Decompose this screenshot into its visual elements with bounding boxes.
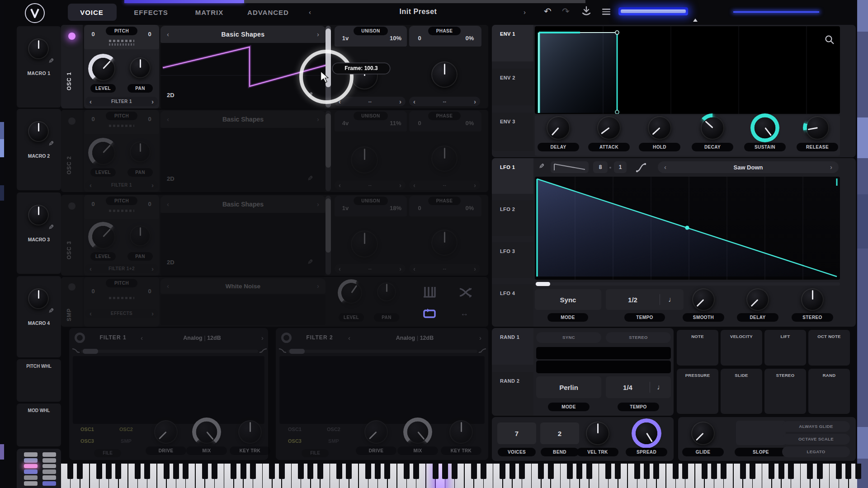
sampler-tune[interactable]: 0 xyxy=(143,288,156,295)
filter-1-input-osc1[interactable]: OSC1 xyxy=(75,427,99,432)
env-decay-knob[interactable] xyxy=(701,116,724,140)
osc-2-unison-detune[interactable]: 11% xyxy=(386,120,406,127)
osc-3-wavetable-header[interactable]: Basic Shapes xyxy=(160,196,326,213)
envelope-display[interactable] xyxy=(535,26,840,114)
piano-key-black[interactable] xyxy=(653,464,659,479)
tab-lfo-4[interactable]: LFO 4 xyxy=(492,284,533,327)
piano-key-black[interactable] xyxy=(576,464,582,479)
piano-key-black[interactable] xyxy=(115,464,121,479)
piano-key-black[interactable] xyxy=(384,464,390,479)
osc-2-phase-pct[interactable]: 0% xyxy=(461,120,479,127)
pitch-wheel-meter[interactable] xyxy=(24,452,38,486)
osc-3-frame-slider[interactable] xyxy=(326,196,331,275)
osc-3-frame-slider-handle[interactable] xyxy=(326,198,331,253)
piano-key-black[interactable] xyxy=(836,464,842,479)
filter-1-power[interactable] xyxy=(75,333,85,343)
osc-1-wavetable-header[interactable]: Basic Shapes xyxy=(160,26,326,43)
rand-sync-button[interactable]: SYNC xyxy=(536,332,601,343)
routing-next-icon[interactable] xyxy=(151,98,154,105)
piano-key-black[interactable] xyxy=(644,464,650,479)
osc-3-phase-knob[interactable] xyxy=(431,230,458,256)
sampler-level-knob[interactable] xyxy=(340,282,362,304)
filter-2-cutoff-handle[interactable] xyxy=(289,349,305,354)
mod-source-slide[interactable]: SLIDE xyxy=(721,369,762,414)
piano-key-black[interactable] xyxy=(144,464,150,479)
macro-2-knob[interactable] xyxy=(28,121,49,142)
piano-key-black[interactable] xyxy=(788,464,794,479)
rand-mode-box[interactable]: Perlin xyxy=(536,376,601,398)
lfo-mode-box[interactable]: Sync xyxy=(535,289,601,310)
sampler-pan-knob[interactable] xyxy=(377,282,396,301)
osc-3-phase-pct[interactable]: 0% xyxy=(461,205,479,211)
env-hold-knob[interactable] xyxy=(648,116,671,140)
osc-2-wave-display[interactable] xyxy=(160,128,326,192)
env-sustain-knob[interactable] xyxy=(753,116,777,140)
filter-1-keytrk-knob[interactable] xyxy=(238,420,262,444)
tab-advanced[interactable]: ADVANCED xyxy=(241,5,295,21)
sampler-wave-display[interactable] xyxy=(160,295,326,325)
save-icon[interactable] xyxy=(581,6,591,16)
tab-lfo-1[interactable]: LFO 1 xyxy=(492,158,533,194)
piano-key-black[interactable] xyxy=(413,464,419,479)
tab-rand-2[interactable]: RAND 2 xyxy=(492,372,533,416)
osc-1-dest-selector-2[interactable]: -- xyxy=(409,97,480,106)
piano-key-black[interactable] xyxy=(807,464,813,479)
mod-source-pressure[interactable]: PRESSURE xyxy=(677,369,718,414)
osc-3-wave-display[interactable] xyxy=(160,213,326,276)
tab-lfo-2[interactable]: LFO 2 xyxy=(492,200,533,236)
filter-2-input-smp[interactable]: SMP xyxy=(322,438,345,444)
piano-key-black[interactable] xyxy=(740,464,746,479)
piano-key-black[interactable] xyxy=(269,464,275,479)
filter-1-cutoff-handle[interactable] xyxy=(83,349,98,354)
sampler-source-header[interactable]: White Noise xyxy=(160,278,326,294)
filter-2-power[interactable] xyxy=(281,333,292,343)
osc-3-power-led[interactable] xyxy=(68,202,75,210)
piano-key-black[interactable] xyxy=(135,464,141,479)
osc-2-power-led[interactable] xyxy=(68,117,75,125)
filter-model-next-icon[interactable] xyxy=(479,334,481,342)
piano-key-black[interactable] xyxy=(298,464,304,479)
spread-knob[interactable] xyxy=(634,421,659,446)
lfo-phase-handle[interactable] xyxy=(536,282,550,286)
osc-3-pan-knob[interactable] xyxy=(130,225,151,246)
filter-2-mix-knob[interactable] xyxy=(406,420,429,444)
filter-2-cutoff-slider[interactable] xyxy=(288,350,477,353)
piano-key-black[interactable] xyxy=(442,464,448,479)
tab-env-1[interactable]: ENV 1 xyxy=(492,25,533,61)
legato-button[interactable]: LEGATO xyxy=(782,446,850,457)
filter-1-input-osc3[interactable]: OSC3 xyxy=(75,438,99,444)
osc-3-dest-selector-1[interactable]: -- xyxy=(335,264,406,273)
rand-tempo-box[interactable]: 1/4 xyxy=(606,376,671,398)
mod-wheel-meter[interactable] xyxy=(42,452,56,486)
piano-key-black[interactable] xyxy=(855,464,861,479)
osc-2-tune[interactable]: 0 xyxy=(143,116,156,122)
piano-key-black[interactable] xyxy=(519,464,525,479)
macro-1-knob[interactable] xyxy=(28,38,49,59)
osc-1-level-knob[interactable] xyxy=(91,56,115,81)
tab-env-3[interactable]: ENV 3 xyxy=(492,113,533,151)
osc-2-transpose[interactable]: 0 xyxy=(87,116,99,122)
piano-key-black[interactable] xyxy=(471,464,477,479)
volume-slider[interactable] xyxy=(618,7,688,15)
sampler-transpose[interactable]: 0 xyxy=(87,288,99,295)
piano-key-black[interactable] xyxy=(702,464,708,479)
piano-key-black[interactable] xyxy=(250,464,256,479)
tab-voice[interactable]: VOICE xyxy=(71,5,113,21)
app-logo[interactable] xyxy=(25,3,45,23)
osc-2-dest-selector-1[interactable]: -- xyxy=(335,180,406,190)
piano-key-black[interactable] xyxy=(346,464,352,479)
piano-key-black[interactable] xyxy=(231,464,236,479)
mod-source-octnote[interactable]: OCT NOTE xyxy=(808,330,850,366)
note-icon[interactable] xyxy=(660,296,684,304)
piano-key-black[interactable] xyxy=(433,464,439,479)
osc-2-dimension-mode[interactable]: 2D xyxy=(167,175,175,182)
filter-2-input-osc3[interactable]: OSC3 xyxy=(283,438,307,444)
piano-key-black[interactable] xyxy=(778,464,784,479)
osc-2-frame-slider-handle[interactable] xyxy=(326,113,331,168)
lfo-stereo-knob[interactable] xyxy=(801,288,824,311)
osc-2-phase-rand[interactable]: 0 xyxy=(413,120,426,127)
rand-stereo-button[interactable]: STEREO xyxy=(606,332,671,343)
piano-key-black[interactable] xyxy=(365,464,371,479)
loop-icon[interactable] xyxy=(423,308,436,319)
osc-2-routing-selector[interactable]: FILTER 1 xyxy=(85,180,158,190)
